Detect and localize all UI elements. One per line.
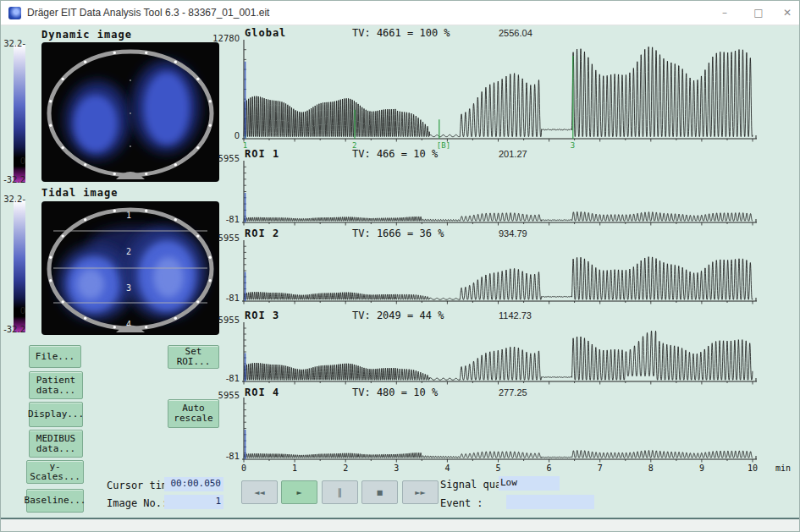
tidal-colorbar-zero: 0 <box>0 306 25 315</box>
forward-icon: ►► <box>415 489 425 496</box>
svg-text:1: 1 <box>243 141 247 150</box>
cursor-time-field[interactable]: 00:00.050 <box>164 477 223 491</box>
dynamic-colorbar-min: -32.2 <box>0 175 25 184</box>
medibus-data-button[interactable]: MEDIBUS data... <box>29 430 83 458</box>
chart-aux-roi4: 277.25 <box>499 387 527 398</box>
maximize-icon[interactable]: □ <box>751 6 766 19</box>
image-no-label: Image No.: <box>107 497 168 509</box>
set-roi-button[interactable]: Set ROI... <box>168 345 219 369</box>
app-icon <box>8 7 21 19</box>
display-button[interactable]: Display... <box>29 402 83 427</box>
play-icon: ► <box>296 489 301 496</box>
pause-icon: ∥ <box>338 487 343 498</box>
app-window: Dräger EIT Data Analysis Tool 6.3 - 8336… <box>0 0 800 532</box>
image-no-field[interactable]: 1 <box>164 495 223 509</box>
svg-text:1: 1 <box>292 463 297 473</box>
ymin-roi3: -81 <box>209 374 240 383</box>
svg-text:3: 3 <box>571 141 575 150</box>
svg-text:2: 2 <box>126 247 131 256</box>
svg-text:[B]: [B] <box>437 141 450 150</box>
pause-button[interactable]: ∥ <box>322 480 358 504</box>
chart-tv-global: TV: 4661 = 100 % <box>352 27 450 39</box>
play-button[interactable]: ► <box>281 480 317 504</box>
svg-text:7: 7 <box>598 463 603 473</box>
roi1-waveform-plot[interactable] <box>240 161 799 227</box>
window-title: Dräger EIT Data Analysis Tool 6.3 - 8336… <box>27 7 269 19</box>
window-bottom-edge <box>1 518 800 532</box>
event-label: Event : <box>440 497 483 509</box>
svg-text:min: min <box>775 463 791 473</box>
stop-icon: ■ <box>377 489 383 496</box>
event-field[interactable] <box>506 495 594 509</box>
tidal-eit-image: 1234 <box>41 201 219 335</box>
roi4-waveform-plot[interactable]: 012345678910min <box>240 398 799 474</box>
tidal-colorbar-max: 32.2- <box>0 195 25 204</box>
baseline-button[interactable]: Baseline... <box>26 489 84 513</box>
dynamic-colorbar-zero: 0 <box>0 156 25 166</box>
dynamic-colorbar-max: 32.2- <box>0 39 25 48</box>
roi3-waveform-plot[interactable] <box>240 322 799 386</box>
ymax-roi3: 5955 <box>209 315 240 325</box>
global-waveform-plot[interactable]: 12[B]3 <box>240 40 799 151</box>
signal-qual-field[interactable]: Low <box>499 476 560 491</box>
stop-button[interactable]: ■ <box>361 480 398 504</box>
svg-text:2: 2 <box>343 463 348 473</box>
chart-tv-roi4: TV: 480 = 10 % <box>352 387 438 398</box>
chart-tv-roi3: TV: 2049 = 44 % <box>352 310 444 321</box>
svg-text:1: 1 <box>126 211 131 220</box>
dynamic-eit-image <box>41 42 219 182</box>
close-icon[interactable]: ✕ <box>780 6 795 19</box>
chart-aux-roi3: 1142.73 <box>499 310 532 321</box>
svg-text:0: 0 <box>241 463 246 473</box>
chart-title-roi4: ROI 4 <box>245 387 279 398</box>
rewind-button[interactable]: ◄◄ <box>241 480 278 504</box>
chart-aux-roi2: 934.79 <box>499 228 527 239</box>
forward-button[interactable]: ►► <box>402 480 439 504</box>
ymin-global: 0 <box>209 131 240 140</box>
svg-text:2: 2 <box>352 141 356 150</box>
chart-tv-roi2: TV: 1666 = 36 % <box>352 228 444 239</box>
ymax-roi2: 5955 <box>209 233 240 243</box>
chart-title-roi3: ROI 3 <box>245 310 279 321</box>
title-bar: Dräger EIT Data Analysis Tool 6.3 - 8336… <box>1 1 800 25</box>
rewind-icon: ◄◄ <box>254 489 264 496</box>
file-button[interactable]: File... <box>29 345 81 368</box>
svg-text:8: 8 <box>648 463 654 473</box>
roi2-waveform-plot[interactable] <box>240 240 799 305</box>
tidal-image-label: Tidal image <box>41 187 118 199</box>
ymax-global: 12780 <box>209 34 240 43</box>
svg-text:6: 6 <box>547 463 552 473</box>
svg-text:9: 9 <box>699 463 704 473</box>
y-scales-button[interactable]: y-Scales... <box>26 460 84 484</box>
svg-text:3: 3 <box>394 463 399 473</box>
auto-rescale-button[interactable]: Auto rescale <box>168 399 219 428</box>
svg-text:4: 4 <box>444 463 450 473</box>
svg-text:3: 3 <box>126 283 131 293</box>
chart-title-roi2: ROI 2 <box>245 228 279 239</box>
ymin-roi4: -81 <box>209 452 240 461</box>
minimize-icon[interactable]: – <box>717 6 732 19</box>
dynamic-image-label: Dynamic image <box>41 29 132 41</box>
chart-aux-global: 2556.04 <box>499 28 532 38</box>
patient-data-button[interactable]: Patient data... <box>29 371 83 399</box>
svg-text:10: 10 <box>748 463 758 473</box>
tidal-colorbar-min: -32.2 <box>0 325 25 334</box>
ymin-roi1: -81 <box>209 215 240 224</box>
ymax-roi1: 5955 <box>209 154 240 163</box>
svg-text:5: 5 <box>495 463 500 473</box>
chart-title-global: Global <box>245 27 286 39</box>
ymin-roi2: -81 <box>209 293 240 303</box>
